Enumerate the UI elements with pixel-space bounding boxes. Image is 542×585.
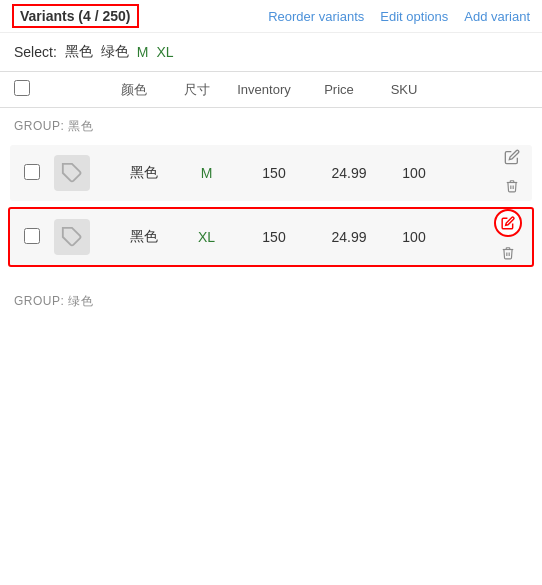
variants-header: Variants (4 / 250) Reorder variants Edit…: [0, 0, 542, 33]
row-checkbox-2[interactable]: [24, 228, 40, 244]
group-label-black: GROUP: 黑色: [0, 108, 542, 139]
row-actions-1: [502, 147, 522, 199]
add-variant-link[interactable]: Add variant: [464, 9, 530, 24]
row-sku-2: 100: [384, 229, 444, 245]
row-inventory-1: 150: [234, 165, 314, 181]
col-header-color: 颜色: [99, 81, 169, 99]
header-links: Reorder variants Edit options Add varian…: [268, 9, 530, 24]
select-all-checkbox[interactable]: [14, 80, 30, 96]
edit-button-1[interactable]: [502, 147, 522, 170]
select-tag-black[interactable]: 黑色: [65, 43, 93, 61]
row-size-2: XL: [179, 229, 234, 245]
select-tag-m[interactable]: M: [137, 44, 149, 60]
row-sku-1: 100: [384, 165, 444, 181]
row-color-1: 黑色: [109, 164, 179, 182]
col-header-price: Price: [304, 82, 374, 97]
row-color-2: 黑色: [109, 228, 179, 246]
select-tag-xl[interactable]: XL: [156, 44, 173, 60]
delete-button-1[interactable]: [503, 176, 521, 199]
select-label: Select:: [14, 44, 57, 60]
select-tag-green[interactable]: 绿色: [101, 43, 129, 61]
variant-row: 黑色 M 150 24.99 100: [10, 145, 532, 201]
reorder-variants-link[interactable]: Reorder variants: [268, 9, 364, 24]
group-label-green: GROUP: 绿色: [0, 283, 542, 314]
row-price-1: 24.99: [314, 165, 384, 181]
col-header-inventory: Inventory: [224, 82, 304, 97]
variant-row-highlighted: 黑色 XL 150 24.99 100: [8, 207, 534, 267]
tag-icon-2: [54, 219, 90, 255]
row-checkbox-1[interactable]: [24, 164, 40, 180]
tag-icon-1: [54, 155, 90, 191]
row-actions-2: [494, 209, 522, 266]
col-header-sku: SKU: [374, 82, 434, 97]
edit-options-link[interactable]: Edit options: [380, 9, 448, 24]
col-header-size: 尺寸: [169, 81, 224, 99]
select-row: Select: 黑色 绿色 M XL: [0, 33, 542, 71]
row-price-2: 24.99: [314, 229, 384, 245]
table-header: 颜色 尺寸 Inventory Price SKU: [0, 71, 542, 108]
variants-title: Variants (4 / 250): [12, 4, 139, 28]
row-inventory-2: 150: [234, 229, 314, 245]
edit-circle-button-2[interactable]: [494, 209, 522, 237]
row-size-1: M: [179, 165, 234, 181]
delete-button-2[interactable]: [499, 243, 517, 266]
